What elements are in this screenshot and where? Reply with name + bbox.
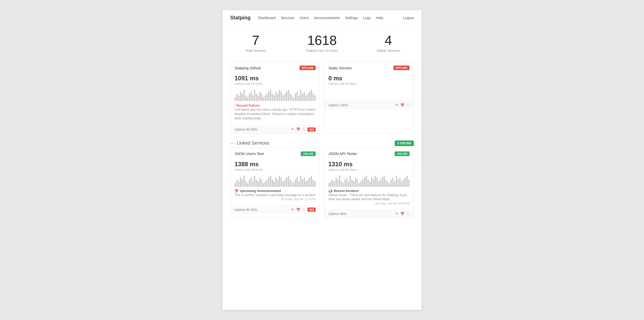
- uptime-text: Uptime 100%: [328, 103, 348, 107]
- nav-services[interactable]: Services: [281, 16, 295, 20]
- flag-icon[interactable]: ⚑: [395, 103, 398, 107]
- chart-bar: [240, 92, 241, 101]
- chart-bar: [268, 92, 269, 101]
- chart-bar: [257, 181, 259, 187]
- announcement-notice: 📢 Recent Incident Github Issues - There …: [328, 189, 410, 205]
- chart-bar: [353, 181, 354, 187]
- service-card: Static Service OFFLINE 0 ms Latency Last…: [324, 62, 414, 134]
- chart-bar: [305, 95, 307, 101]
- chart-bar: [334, 181, 335, 187]
- chart-bar: [272, 180, 273, 187]
- logout-button[interactable]: Logout: [403, 16, 414, 20]
- chart-bar: [360, 181, 362, 187]
- chart-bar: [298, 95, 300, 101]
- chart-bar: [373, 180, 374, 187]
- chart-bar: [305, 181, 307, 187]
- nav-users[interactable]: Users: [300, 16, 309, 20]
- notice-icon: 📢: [328, 189, 332, 193]
- notice-title: Recent Incident: [334, 189, 358, 193]
- alert-icon[interactable]: ⚠: [302, 208, 305, 212]
- chart-bar: [406, 176, 408, 187]
- nav-dashboard[interactable]: Dashboard: [258, 16, 276, 20]
- incidents-badge: 403: [307, 208, 316, 212]
- chart-bar: [257, 95, 259, 101]
- chart-bar: [394, 181, 395, 187]
- chart-bar: [252, 95, 254, 101]
- alert-icon[interactable]: ⚠: [302, 127, 305, 131]
- notice-time: @ Friday, Sep 8th 11:01PM: [234, 198, 316, 201]
- nav-announcements[interactable]: Announcements: [314, 16, 340, 20]
- notice-time: @ Friday, Sep 8th 10:46PM: [328, 202, 410, 205]
- chart-bar: [408, 180, 410, 187]
- chart-bar: [242, 180, 243, 187]
- failures-label: Failures last 24 hours: [306, 49, 338, 53]
- notice-title: Upcoming Announcement: [240, 189, 281, 193]
- chart-bar: [344, 180, 346, 187]
- chart-bar: [304, 177, 305, 187]
- announcement-notice: 📅 Upcoming Announcement This is another …: [234, 189, 316, 201]
- online-label: Online Services: [377, 49, 400, 53]
- chart-bar: [290, 180, 291, 187]
- chart-bar: [266, 94, 268, 101]
- nav-settings[interactable]: Settings: [345, 16, 358, 20]
- chart-bar: [351, 180, 353, 187]
- footer-actions: ⚑ 📅 ⚠ 403: [291, 208, 316, 212]
- chart-bar: [254, 176, 255, 187]
- services-grid: Statping Github OFFLINE 1091 ms Latency …: [222, 58, 422, 138]
- chart-bar: [277, 94, 278, 101]
- chart-bar: [328, 183, 330, 187]
- chart-bar: [392, 177, 393, 187]
- nav-help[interactable]: Help: [376, 16, 383, 20]
- calendar-icon[interactable]: 📅: [296, 127, 300, 131]
- card-title: JSON Users Test: [234, 151, 264, 156]
- chart-bar: [249, 94, 250, 101]
- incidents-badge: 425: [307, 127, 316, 132]
- latency-label: Latency Last 24 Hours: [234, 82, 316, 85]
- chart-bar: [277, 180, 278, 187]
- chart-bar: [272, 94, 273, 101]
- chart-bar: [296, 92, 298, 101]
- calendar-icon[interactable]: 📅: [296, 208, 300, 212]
- stats-row: 7 Total Services 1618 Failures last 24 h…: [222, 25, 422, 58]
- chart-bar: [265, 181, 266, 187]
- chart-bar: [249, 180, 250, 187]
- chart-bar: [274, 95, 275, 101]
- service-card: Statping Github OFFLINE 1091 ms Latency …: [230, 62, 320, 134]
- calendar-icon[interactable]: 📅: [400, 212, 404, 216]
- chart-bar: [300, 176, 301, 187]
- chart-bar: [270, 90, 271, 101]
- brand[interactable]: Statping: [230, 15, 251, 21]
- chart-bar: [403, 180, 404, 187]
- calendar-icon[interactable]: 📅: [400, 103, 404, 107]
- card-header: JSON API Tester ONLINE: [324, 148, 414, 159]
- card-header: Static Service OFFLINE: [324, 62, 414, 73]
- chart-bar: [364, 177, 365, 187]
- flag-icon[interactable]: ⚑: [395, 212, 398, 216]
- chart-bar: [382, 177, 383, 187]
- chart-bar: [314, 95, 316, 101]
- navbar: Statping Dashboard Services Users Announ…: [222, 10, 422, 25]
- flag-icon[interactable]: ⚑: [291, 127, 294, 131]
- chart-bar: [362, 180, 363, 187]
- chart-bar: [268, 177, 269, 187]
- flag-icon[interactable]: ⚑: [291, 208, 294, 212]
- footer-actions: ⚑ 📅 ⚠: [395, 103, 410, 107]
- chart-bar: [311, 90, 312, 101]
- chart-bar: [330, 181, 331, 187]
- chart-bar: [275, 92, 277, 101]
- chart-bar: [369, 181, 370, 187]
- uptime-text: Uptime 95.35%: [234, 208, 257, 212]
- nav-logs[interactable]: Logs: [363, 16, 371, 20]
- uptime-text: Uptime 95.09%: [234, 127, 257, 131]
- chart-bar: [371, 177, 372, 187]
- chart-bar: [290, 94, 291, 101]
- chart-bar: [399, 177, 401, 187]
- chart-bar: [380, 180, 381, 187]
- alert-icon[interactable]: ⚠: [406, 212, 410, 216]
- alert-icon[interactable]: ⚠: [406, 103, 410, 107]
- chart-bar: [307, 94, 308, 101]
- card-header: JSON Users Test ONLINE: [230, 148, 320, 159]
- chart-bar: [281, 177, 282, 187]
- chart-bar: [266, 180, 268, 187]
- chart-area: [234, 174, 316, 187]
